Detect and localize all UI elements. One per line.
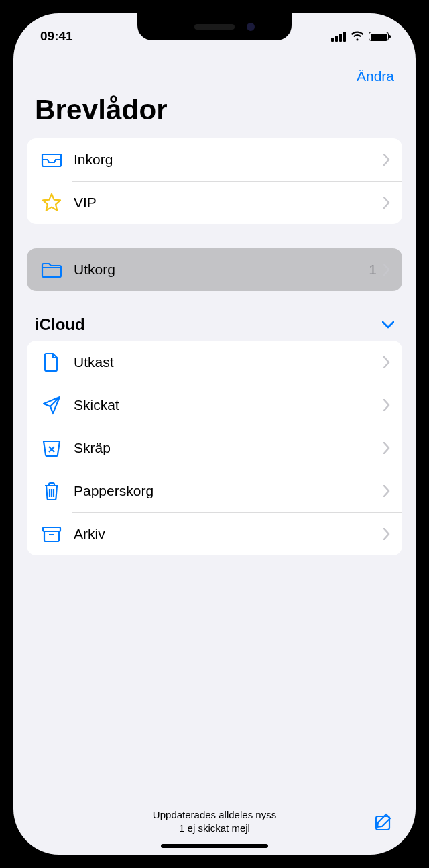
mailbox-label: Arkiv (74, 526, 383, 542)
chevron-right-icon (383, 399, 390, 411)
battery-icon (369, 32, 389, 41)
chevron-right-icon (383, 442, 390, 454)
account-header[interactable]: iCloud (13, 315, 416, 341)
device-notch (137, 13, 292, 40)
mailbox-label: Inkorg (74, 152, 383, 168)
account-name: iCloud (35, 315, 85, 334)
chevron-right-icon (383, 528, 390, 540)
compose-button[interactable] (374, 812, 394, 832)
mailbox-drafts[interactable]: Utkast (27, 341, 402, 384)
trash-icon (39, 481, 64, 501)
mailbox-outbox[interactable]: Utkorg 1 (27, 248, 402, 291)
inbox-icon (39, 152, 64, 168)
mailbox-label: Utkorg (74, 262, 369, 278)
archive-icon (39, 525, 64, 543)
mailbox-inbox[interactable]: Inkorg (27, 138, 402, 181)
account-folders-group: Utkast Skickat (27, 341, 402, 555)
doc-icon (39, 352, 64, 372)
mailbox-vip[interactable]: VIP (27, 181, 402, 224)
mailbox-label: Skräp (74, 440, 383, 456)
junk-icon (39, 439, 64, 457)
sync-status: Uppdaterades alldeles nyss 1 ej skickat … (55, 808, 374, 834)
sync-status-line1: Uppdaterades alldeles nyss (55, 808, 374, 822)
svg-rect-0 (43, 527, 60, 531)
status-time: 09:41 (40, 29, 73, 44)
mailbox-sent[interactable]: Skickat (27, 384, 402, 427)
mailbox-trash[interactable]: Papperskorg (27, 470, 402, 512)
page-title: Brevlådor (13, 87, 416, 138)
chevron-right-icon (383, 485, 390, 497)
home-indicator[interactable] (161, 844, 268, 848)
paperplane-icon (39, 395, 64, 415)
mailbox-junk[interactable]: Skräp (27, 427, 402, 470)
star-icon (39, 193, 64, 213)
mailbox-label: Papperskorg (74, 483, 383, 499)
mailbox-archive[interactable]: Arkiv (27, 512, 402, 555)
chevron-right-icon (383, 356, 390, 368)
wifi-icon (351, 31, 364, 42)
favorites-group: Inkorg VIP (27, 138, 402, 224)
cellular-signal-icon (331, 32, 346, 42)
mailbox-count: 1 (369, 262, 377, 278)
chevron-right-icon (383, 154, 390, 166)
mailbox-label: Skickat (74, 397, 383, 413)
mailbox-label: VIP (74, 195, 383, 211)
mailbox-label: Utkast (74, 354, 383, 370)
status-indicators (331, 31, 389, 42)
chevron-right-icon (383, 197, 390, 209)
chevron-down-icon (382, 321, 394, 329)
folder-icon (39, 261, 64, 278)
chevron-right-icon (383, 264, 390, 276)
edit-button[interactable]: Ändra (357, 68, 394, 85)
outbox-group: Utkorg 1 (27, 248, 402, 291)
sync-status-line2: 1 ej skickat mejl (55, 822, 374, 835)
